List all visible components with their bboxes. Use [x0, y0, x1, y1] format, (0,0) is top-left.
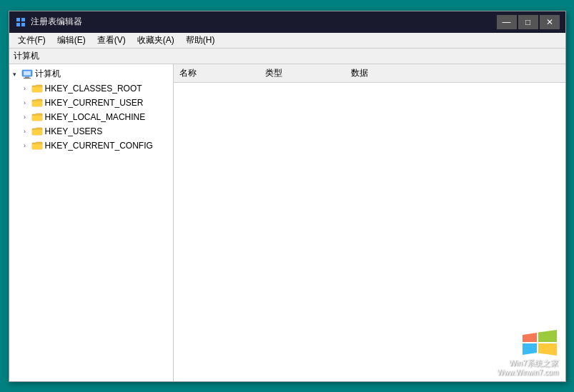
- svg-rect-1: [21, 18, 25, 21]
- watermark-brand: Win7系统之家: [509, 358, 558, 368]
- svg-marker-9: [538, 330, 557, 342]
- folder-icon-local-machine: [31, 112, 43, 122]
- tree-panel[interactable]: ▾ 计算机 ›: [9, 64, 174, 381]
- tree-item-current-user[interactable]: › HKEY_CURRENT_USER: [9, 96, 173, 110]
- col-type: 类型: [259, 66, 345, 81]
- tree-label-classes-root: HKEY_CLASSES_ROOT: [45, 84, 142, 94]
- svg-rect-7: [24, 78, 31, 79]
- minimize-button[interactable]: —: [497, 15, 517, 29]
- tree-item-local-machine[interactable]: › HKEY_LOCAL_MACHINE: [9, 110, 173, 124]
- col-name: 名称: [174, 66, 259, 81]
- maximize-button[interactable]: □: [518, 15, 538, 29]
- expand-icon-computer[interactable]: ▾: [11, 70, 19, 79]
- computer-icon: [21, 69, 33, 79]
- folder-icon-current-config: [31, 141, 43, 151]
- svg-marker-10: [523, 343, 537, 355]
- tree-label-current-config: HKEY_CURRENT_CONFIG: [45, 141, 153, 151]
- breadcrumb: 计算机: [14, 50, 39, 62]
- window-title: 注册表编辑器: [31, 16, 82, 28]
- expand-icon-current-user[interactable]: ›: [21, 99, 29, 107]
- tree-item-computer[interactable]: ▾ 计算机: [9, 67, 173, 81]
- watermark-url: Www.Winwin7.com: [497, 368, 558, 376]
- menu-edit[interactable]: 编辑(E): [51, 33, 91, 48]
- window-controls: — □ ✕: [497, 15, 560, 29]
- menu-view[interactable]: 查看(V): [91, 33, 132, 48]
- tree-label-users: HKEY_USERS: [45, 126, 103, 136]
- expand-icon-users[interactable]: ›: [21, 127, 29, 136]
- svg-rect-2: [16, 23, 20, 26]
- tree-label-local-machine: HKEY_LOCAL_MACHINE: [45, 112, 146, 122]
- tree-item-users[interactable]: › HKEY_USERS: [9, 124, 173, 139]
- registry-editor-window: 注册表编辑器 — □ ✕ 文件(F) 编辑(E) 查看(V) 收藏夹(A) 帮助…: [9, 11, 566, 382]
- registry-icon: [15, 16, 26, 28]
- svg-marker-11: [538, 343, 557, 356]
- menu-help[interactable]: 帮助(H): [180, 33, 221, 48]
- svg-rect-0: [16, 18, 20, 21]
- close-button[interactable]: ✕: [540, 15, 560, 29]
- col-data: 数据: [345, 66, 431, 81]
- svg-rect-5: [24, 71, 31, 75]
- folder-icon-users: [31, 126, 43, 136]
- tree-label-computer: 计算机: [35, 68, 61, 80]
- breadcrumb-bar: 计算机: [9, 49, 565, 64]
- menu-bar: 文件(F) 编辑(E) 查看(V) 收藏夹(A) 帮助(H): [9, 33, 565, 49]
- tree-label-current-user: HKEY_CURRENT_USER: [45, 98, 144, 108]
- tree-item-current-config[interactable]: › HKEY_CURRENT_CONFIG: [9, 139, 173, 153]
- expand-icon-classes-root[interactable]: ›: [21, 84, 29, 93]
- expand-icon-current-config[interactable]: ›: [21, 141, 29, 150]
- svg-rect-3: [21, 23, 25, 26]
- tree-item-classes-root[interactable]: › HKEY_CLASSES_ROOT: [9, 81, 173, 96]
- svg-rect-6: [25, 76, 29, 78]
- folder-icon-current-user: [31, 98, 43, 108]
- title-bar-left: 注册表编辑器: [15, 16, 82, 28]
- title-bar: 注册表编辑器 — □ ✕: [9, 11, 565, 33]
- detail-header: 名称 类型 数据: [174, 64, 565, 83]
- folder-icon-classes-root: [31, 84, 43, 94]
- svg-marker-8: [523, 333, 537, 342]
- menu-file[interactable]: 文件(F): [12, 33, 51, 48]
- win-logo-icon: [521, 328, 558, 358]
- expand-icon-local-machine[interactable]: ›: [21, 113, 29, 121]
- main-area: ▾ 计算机 ›: [9, 64, 565, 381]
- menu-favorites[interactable]: 收藏夹(A): [132, 33, 180, 48]
